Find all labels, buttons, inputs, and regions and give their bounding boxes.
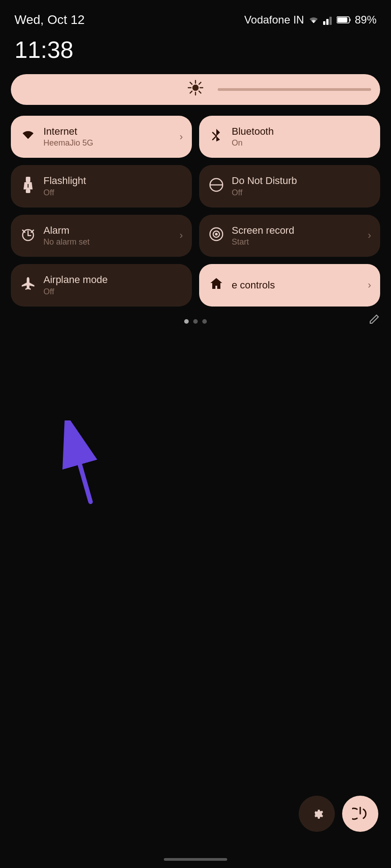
tile-home-controls[interactable]: e controls › (199, 264, 380, 306)
internet-subtitle: HeemaJio 5G (43, 138, 172, 148)
dot-3 (202, 319, 207, 324)
airplane-icon (20, 276, 36, 294)
status-bar: Wed, Oct 12 Vodafone IN 89% (0, 0, 391, 32)
airplane-text: Airplane mode Off (43, 274, 183, 296)
page-indicator (0, 319, 391, 324)
settings-button[interactable] (299, 796, 335, 832)
carrier-label: Vodafone IN (244, 14, 304, 26)
bluetooth-title: Bluetooth (232, 126, 371, 137)
screen-record-arrow: › (368, 230, 371, 241)
home-controls-arrow: › (368, 279, 371, 291)
airplane-subtitle: Off (43, 287, 183, 297)
bottom-buttons (299, 796, 378, 832)
airplane-title: Airplane mode (43, 274, 183, 286)
status-date: Wed, Oct 12 (14, 13, 85, 27)
svg-line-12 (199, 91, 201, 93)
flashlight-title: Flashlight (43, 175, 183, 187)
wifi-tile-icon (20, 129, 36, 145)
svg-rect-5 (337, 18, 347, 23)
brightness-row (0, 63, 391, 105)
alarm-arrow: › (180, 230, 183, 241)
alarm-icon (20, 226, 36, 245)
bluetooth-icon (208, 128, 224, 146)
tile-dnd[interactable]: Do Not Disturb Off (199, 165, 380, 207)
battery-icon (337, 16, 351, 24)
bluetooth-text: Bluetooth On (232, 126, 371, 148)
tile-bluetooth[interactable]: Bluetooth On (199, 116, 380, 158)
flashlight-icon (20, 177, 36, 196)
tile-alarm[interactable]: Alarm No alarm set › (11, 215, 192, 257)
dnd-title: Do Not Disturb (232, 175, 371, 187)
brightness-slider[interactable] (11, 74, 380, 105)
svg-rect-4 (349, 19, 351, 21)
svg-line-14 (190, 91, 192, 93)
svg-line-11 (190, 82, 192, 84)
tile-airplane[interactable]: Airplane mode Off (11, 264, 192, 306)
brightness-track (218, 88, 371, 91)
svg-line-13 (199, 82, 201, 84)
svg-line-30 (72, 439, 91, 502)
internet-arrow: › (180, 131, 183, 143)
brightness-icon (187, 80, 204, 99)
flashlight-subtitle: Off (43, 188, 183, 198)
tile-flashlight[interactable]: Flashlight Off (11, 165, 192, 207)
screen-record-icon (208, 226, 224, 245)
dot-2 (193, 319, 198, 324)
dnd-subtitle: Off (232, 188, 371, 198)
edit-icon[interactable] (367, 313, 380, 329)
dot-1 (184, 319, 189, 324)
dnd-icon (208, 177, 224, 196)
home-icon (208, 277, 224, 293)
internet-text: Internet HeemaJio 5G (43, 126, 172, 148)
svg-rect-17 (26, 189, 30, 193)
home-controls-title: e controls (232, 279, 361, 291)
signal-icon (323, 15, 333, 25)
svg-point-28 (215, 233, 218, 236)
tile-internet[interactable]: Internet HeemaJio 5G › (11, 116, 192, 158)
status-right: Vodafone IN 89% (244, 14, 377, 26)
alarm-text: Alarm No alarm set (43, 225, 172, 247)
screen-record-title: Screen record (232, 225, 361, 236)
internet-title: Internet (43, 126, 172, 137)
svg-point-6 (192, 85, 199, 91)
svg-rect-1 (326, 19, 329, 25)
svg-rect-0 (323, 21, 325, 25)
status-time: 11:38 (0, 32, 391, 63)
alarm-subtitle: No alarm set (43, 237, 172, 247)
tile-screen-record[interactable]: Screen record Start › (199, 215, 380, 257)
battery-label: 89% (355, 14, 377, 26)
alarm-title: Alarm (43, 225, 172, 236)
tiles-grid: Internet HeemaJio 5G › Bluetooth On (0, 105, 391, 307)
screen-record-subtitle: Start (232, 237, 361, 247)
bluetooth-subtitle: On (232, 138, 371, 148)
screen-record-text: Screen record Start (232, 225, 361, 247)
wifi-icon (308, 15, 319, 25)
svg-rect-15 (26, 177, 30, 182)
home-controls-text: e controls (232, 279, 361, 291)
dnd-text: Do Not Disturb Off (232, 175, 371, 197)
svg-rect-2 (329, 17, 332, 25)
annotation-arrow (45, 420, 136, 511)
flashlight-text: Flashlight Off (43, 175, 183, 197)
power-button[interactable] (342, 796, 378, 832)
nav-bar (164, 858, 227, 861)
